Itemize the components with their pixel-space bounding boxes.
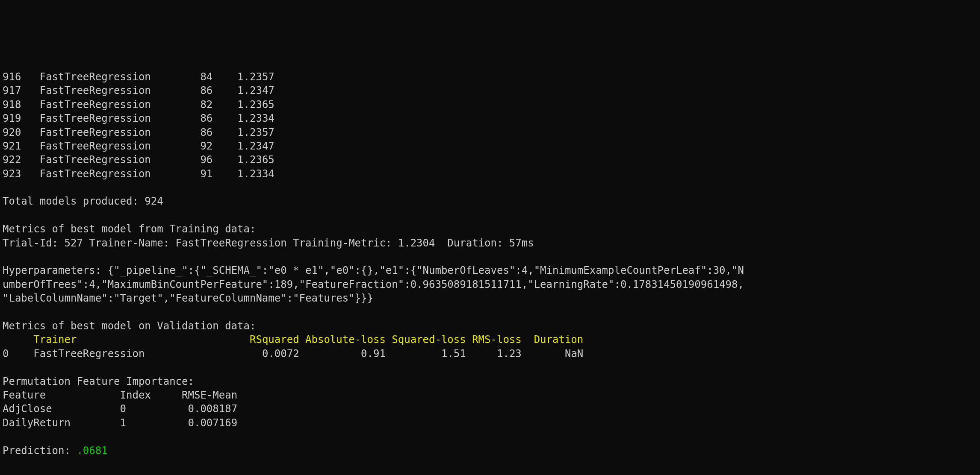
training-metrics-header: Metrics of best model from Training data… — [3, 223, 256, 235]
trial-row: 920 FastTreeRegression 86 1.2357 — [3, 126, 275, 138]
hyperparameters: Hyperparameters: {"_pipeline_":{"_SCHEMA… — [3, 264, 744, 276]
trial-row: 923 FastTreeRegression 91 1.2334 — [3, 168, 275, 180]
training-metrics-line: Trial-Id: 527 Trainer-Name: FastTreeRegr… — [3, 237, 534, 249]
validation-columns: Trainer RSquared Absolute-loss Squared-l… — [3, 334, 583, 346]
trial-row: 917 FastTreeRegression 86 1.2347 — [3, 85, 275, 97]
validation-metrics-header: Metrics of best model on Validation data… — [3, 320, 256, 332]
trial-row: 922 FastTreeRegression 96 1.2365 — [3, 154, 275, 166]
trial-row: 916 FastTreeRegression 84 1.2357 — [3, 71, 275, 83]
terminal-output: 916 FastTreeRegression 84 1.2357 917 Fas… — [0, 69, 980, 458]
trial-row: 919 FastTreeRegression 86 1.2334 — [3, 112, 275, 124]
validation-row: 0 FastTreeRegression 0.0072 0.91 1.51 1.… — [3, 348, 583, 360]
trial-row: 921 FastTreeRegression 92 1.2347 — [3, 140, 275, 152]
total-models: Total models produced: 924 — [3, 195, 163, 207]
prediction-value: .0681 — [77, 445, 107, 457]
prediction-line: Prediction: .0681 — [3, 445, 108, 457]
hyperparameters: "LabelColumnName":"Target","FeatureColum… — [3, 292, 373, 304]
pfi-header: Permutation Feature Importance: — [3, 375, 194, 387]
pfi-columns: Feature Index RMSE-Mean — [3, 389, 237, 401]
trial-row: 918 FastTreeRegression 82 1.2365 — [3, 99, 275, 111]
pfi-row: DailyReturn 1 0.007169 — [3, 417, 237, 429]
pfi-row: AdjClose 0 0.008187 — [3, 403, 237, 415]
hyperparameters: umberOfTrees":4,"MaximumBinCountPerFeatu… — [3, 279, 744, 290]
